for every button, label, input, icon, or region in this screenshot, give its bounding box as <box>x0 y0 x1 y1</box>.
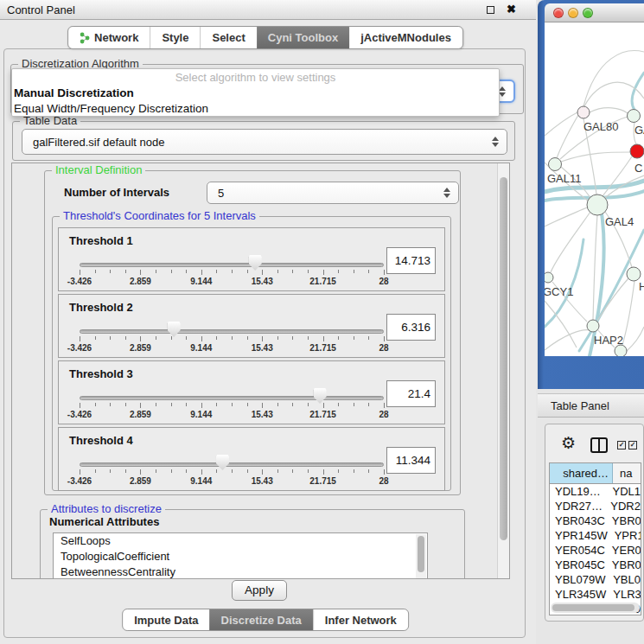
threshold-value-field[interactable]: 14.713 <box>386 247 436 274</box>
algorithm-dropdown-popup: Select algorithm to view settings Manual… <box>11 68 500 117</box>
network-node-gal80[interactable] <box>577 106 590 118</box>
column-header-shared-name[interactable]: shared… <box>550 463 613 483</box>
table-horizontal-scrollbar[interactable] <box>551 603 640 613</box>
slider-track[interactable] <box>80 396 384 400</box>
threshold-value-field[interactable]: 21.4 <box>386 380 436 407</box>
attribute-item-betweennesscentrality[interactable]: BetweennessCentrality <box>54 564 427 579</box>
cell-name[interactable]: YPR1 <box>608 528 641 543</box>
network-canvas[interactable]: GAL80GACGAL11GAL4GCY1HHAP2 <box>545 22 644 356</box>
tab-select[interactable]: Select <box>200 27 256 48</box>
slider-scale-label: 9.144 <box>190 277 212 286</box>
cell-name[interactable]: YER0 <box>605 543 641 558</box>
table-data-combobox[interactable]: galFiltered.sif default node <box>22 129 507 155</box>
network-node-h[interactable] <box>627 267 641 281</box>
table-row[interactable]: YER054CYER0 <box>550 543 641 558</box>
cell-shared-name[interactable]: YBL079W <box>550 572 606 587</box>
network-node-c[interactable] <box>630 144 644 158</box>
table-row[interactable]: YDR27…YDR2 <box>550 499 641 513</box>
tab-jactivemnodules[interactable]: jActiveMNodules <box>349 27 462 48</box>
threshold-value-field[interactable]: 6.316 <box>386 314 436 341</box>
cell-shared-name[interactable]: YDR27… <box>550 499 603 513</box>
slider-tick <box>80 336 80 341</box>
column-header-name[interactable]: na <box>613 463 641 483</box>
bottom-tab-label: Infer Network <box>325 614 397 627</box>
cell-shared-name[interactable]: YLR345W <box>550 587 606 602</box>
zoom-traffic-light-icon[interactable] <box>583 8 593 18</box>
algorithm-option-equal-width-frequency-discretization[interactable]: Equal Width/Frequency Discretization <box>12 101 499 117</box>
table-row[interactable]: YPR145WYPR1 <box>550 528 641 543</box>
slider-scale-label: 15.43 <box>252 277 273 286</box>
network-node-gal11[interactable] <box>549 158 562 171</box>
threshold-label: Threshold 2 <box>69 301 133 314</box>
attribute-item-topologicalcoefficient[interactable]: TopologicalCoefficient <box>54 549 427 564</box>
checkbox-icon[interactable]: ✓ <box>617 441 626 450</box>
threshold-value-field[interactable]: 11.344 <box>386 447 436 474</box>
slider-thumb[interactable] <box>168 322 181 337</box>
algorithm-option-manual-discretization[interactable]: Manual Discretization <box>12 86 499 101</box>
slider-tick <box>277 403 278 406</box>
bottom-tab-discretize-data[interactable]: Discretize Data <box>210 609 313 630</box>
network-edge <box>593 215 597 320</box>
apply-button[interactable]: Apply <box>232 580 287 601</box>
cell-name[interactable]: YBR0 <box>605 558 641 572</box>
gear-icon[interactable]: ⚙ <box>561 435 576 452</box>
network-node-gal4[interactable] <box>587 194 608 215</box>
slider-thumb[interactable] <box>314 388 327 404</box>
slider-track[interactable] <box>80 329 384 334</box>
network-node-gcy1[interactable] <box>545 272 553 283</box>
table-row[interactable]: YBL079WYBL0 <box>550 572 641 587</box>
cell-name[interactable]: YDR2 <box>603 499 641 513</box>
attributes-scrollbar-thumb[interactable] <box>418 536 424 572</box>
cell-name[interactable]: YLR3 <box>606 587 641 602</box>
cell-name[interactable]: YDL1 <box>605 484 641 499</box>
slider-tick <box>323 403 324 408</box>
attribute-item-selfloops[interactable]: SelfLoops <box>54 533 427 549</box>
slider-thumb[interactable] <box>249 255 262 271</box>
parameters-scrollbar-thumb[interactable] <box>500 177 507 540</box>
slider-track[interactable] <box>80 462 384 467</box>
slider-tick <box>201 403 202 408</box>
slider-thumb[interactable] <box>216 455 229 470</box>
float-window-icon[interactable] <box>487 6 494 14</box>
tab-style[interactable]: Style <box>150 27 200 48</box>
checkbox-icon[interactable]: ✓ <box>628 441 637 450</box>
tab-cyni-toolbox[interactable]: Cyni Toolbox <box>257 27 349 48</box>
columns-view-icon[interactable] <box>590 437 608 453</box>
network-node-ga[interactable] <box>628 110 641 123</box>
slider-track[interactable] <box>80 263 384 267</box>
minimize-traffic-light-icon[interactable] <box>568 8 578 18</box>
number-of-intervals-combobox[interactable]: 5 <box>207 182 459 204</box>
table-row[interactable]: YBR043CYBR0 <box>550 513 641 528</box>
slider-tick <box>125 469 126 473</box>
close-traffic-light-icon[interactable] <box>553 8 564 18</box>
bottom-tab-infer-network[interactable]: Infer Network <box>313 609 408 630</box>
cell-shared-name[interactable]: YBR043C <box>550 513 605 528</box>
table-row[interactable]: YLR345WYLR3 <box>550 587 641 602</box>
network-node-hap2[interactable] <box>587 320 599 332</box>
slider-tick <box>232 336 233 340</box>
cell-shared-name[interactable]: YBR045C <box>550 558 605 572</box>
attributes-scrollbar[interactable] <box>416 534 426 579</box>
parameters-scrollbar[interactable] <box>497 163 509 578</box>
network-node[interactable] <box>615 345 627 356</box>
slider-scale-label: 21.715 <box>309 277 336 286</box>
table-panel-header: Table Panel <box>538 393 644 418</box>
table-row[interactable]: YDL19…YDL1 <box>550 484 641 499</box>
close-icon[interactable]: ✖ <box>507 3 516 16</box>
table-row[interactable]: YBR045CYBR0 <box>550 558 641 572</box>
network-node-label: GCY1 <box>545 285 573 298</box>
interval-definition-group: Interval Definition Number of Intervals … <box>44 170 461 495</box>
bottom-tab-impute-data[interactable]: Impute Data <box>123 609 209 630</box>
cell-shared-name[interactable]: YPR145W <box>550 528 608 543</box>
table-horizontal-scrollbar-thumb[interactable] <box>552 604 634 611</box>
slider-tick <box>368 403 369 406</box>
cell-shared-name[interactable]: YDL19… <box>550 484 605 499</box>
slider-scale-label: 28 <box>379 410 388 419</box>
cell-name[interactable]: YBR0 <box>605 513 641 528</box>
tab-network[interactable]: Network <box>68 27 150 48</box>
slider-scale-label: 9.144 <box>190 476 212 486</box>
slider-tick <box>186 403 187 406</box>
cell-name[interactable]: YBL0 <box>606 572 641 587</box>
cell-shared-name[interactable]: YER054C <box>550 543 605 558</box>
network-edge <box>622 281 634 345</box>
